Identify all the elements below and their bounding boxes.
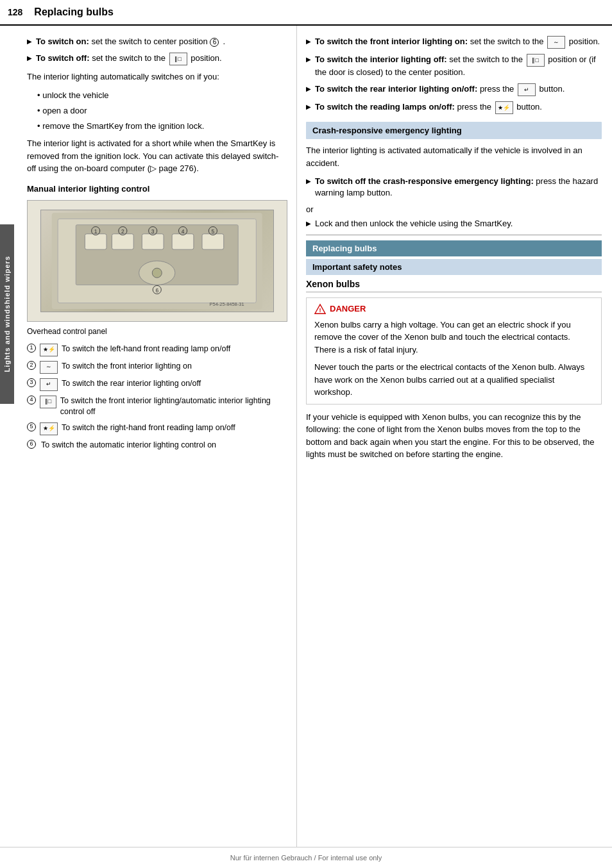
header-title: Replacing bulbs xyxy=(34,6,114,18)
num-item-2-text: To switch the front interior lighting on xyxy=(62,361,192,372)
svg-text:4: 4 xyxy=(182,228,185,235)
num-item-2: 2 ∼ To switch the front interior lightin… xyxy=(27,361,287,374)
page-number: 128 xyxy=(8,7,22,17)
svg-text:1: 1 xyxy=(94,228,98,235)
svg-text:P54-25-8458-31: P54-25-8458-31 xyxy=(210,301,244,307)
crash-bullet-text: To switch off the crash-responsive emerg… xyxy=(315,176,602,199)
side-tab: Lights and windshield wipers xyxy=(0,224,14,404)
num-item-1: 1 ★⚡ To switch the left-hand front readi… xyxy=(27,344,287,356)
svg-text:5: 5 xyxy=(212,228,215,235)
overhead-label: Overhead control panel xyxy=(27,326,287,337)
important-safety-label: Important safety notes xyxy=(312,262,402,272)
front-icon: ‖□ xyxy=(40,396,56,408)
main-content: ▶ To switch on: set the switch to center… xyxy=(0,26,612,847)
bullet-arrow-r2: ▶ xyxy=(306,55,311,64)
reading-btn-icon: ★⚡ xyxy=(495,101,513,114)
or-text: or xyxy=(306,204,602,214)
rear-btn-icon: ↵ xyxy=(518,83,536,96)
bullet-arrow-r1: ▶ xyxy=(306,37,311,46)
footer-text: Nur für internen Gebrauch / For internal… xyxy=(230,854,382,862)
replacing-bulbs-label: Replacing bulbs xyxy=(312,244,377,253)
front-bold: To switch the front interior lighting on… xyxy=(315,37,468,46)
page-footer: Nur für internen Gebrauch / For internal… xyxy=(0,847,612,868)
bullet-arrow-r4: ▶ xyxy=(306,103,311,112)
circle-6: 6 xyxy=(210,38,219,47)
page-container: 128 Replacing bulbs Lights and windshiel… xyxy=(0,0,612,868)
rear-interior-bullet: ▶ To switch the rear interior lighting o… xyxy=(306,83,602,96)
interior-off-bold: To switch the interior lighting off: xyxy=(315,54,447,64)
overhead-panel: 1 2 3 4 5 6 xyxy=(27,200,287,322)
svg-point-19 xyxy=(153,268,162,278)
delayed-para: The interior light is activated for a sh… xyxy=(27,137,287,175)
circle-3: 3 xyxy=(27,378,36,387)
bullet-arrow-r3: ▶ xyxy=(306,85,311,94)
side-tab-label: Lights and windshield wipers xyxy=(3,256,11,372)
num-item-3-text: To switch the rear interior lighting on/… xyxy=(62,378,201,390)
right-column: ▶ To switch the front interior lighting … xyxy=(296,26,612,847)
num-item-1-text: To switch the left-hand front reading la… xyxy=(62,344,230,355)
num-item-5-text: To switch the right-hand front reading l… xyxy=(62,422,235,434)
danger-para1: Xenon bulbs carry a high voltage. You ca… xyxy=(314,319,593,356)
off-icon: ‖□ xyxy=(169,53,187,65)
crash-para: The interior lighting is activated autom… xyxy=(306,144,602,169)
switch-on-text: To switch on: set the switch to center p… xyxy=(36,36,225,47)
interior-off-bullet: ▶ To switch the interior lighting off: s… xyxy=(306,54,602,78)
overhead-panel-svg: 1 2 3 4 5 6 xyxy=(47,213,268,309)
circle-2: 2 xyxy=(27,361,36,370)
important-safety-section: Important safety notes xyxy=(306,259,602,275)
auto-item-1: unlock the vehicle xyxy=(37,90,287,101)
bullet-arrow-r6: ▶ xyxy=(306,219,311,228)
divider-1 xyxy=(306,235,602,235)
bullet-arrow-r5: ▶ xyxy=(306,177,311,186)
danger-header: ! DANGER xyxy=(314,303,593,315)
top-header: 128 Replacing bulbs xyxy=(0,0,612,26)
num-item-5: 5 ★⚡ To switch the right-hand front read… xyxy=(27,422,287,435)
danger-label: DANGER xyxy=(330,304,366,313)
num-item-4-text: To switch the front interior lighting/au… xyxy=(60,396,287,418)
bullet-arrow-2: ▶ xyxy=(27,54,32,63)
circle-5: 5 xyxy=(27,422,36,431)
svg-rect-7 xyxy=(202,234,224,249)
svg-rect-6 xyxy=(172,234,194,249)
switch-off-bullet: ▶ To switch off: set the switch to the ‖… xyxy=(27,53,287,65)
switch-on-bold: To switch on: xyxy=(36,37,89,46)
rear-bold: To switch the rear interior lighting on/… xyxy=(315,85,477,94)
switch-off-text: To switch off: set the switch to the ‖□ … xyxy=(36,53,222,65)
front-interior-on-bullet: ▶ To switch the front interior lighting … xyxy=(306,36,602,49)
circle-6-leg: 6 xyxy=(27,440,36,449)
danger-para2: Never touch the parts or the electrical … xyxy=(314,361,593,399)
lamp-icon: ★⚡ xyxy=(40,344,58,356)
interior-off-text: To switch the interior lighting off: set… xyxy=(315,54,602,78)
svg-text:2: 2 xyxy=(121,228,124,235)
lamp2-icon: ★⚡ xyxy=(40,422,58,435)
front-interior-on-text: To switch the front interior lighting on… xyxy=(315,36,600,49)
auto-item-2: open a door xyxy=(37,105,287,117)
svg-text:3: 3 xyxy=(151,228,155,235)
interior-icon: ∼ xyxy=(40,361,58,374)
svg-text:!: ! xyxy=(319,307,321,313)
circle-4: 4 xyxy=(27,396,36,405)
crash-section-box: Crash-responsive emergency lighting xyxy=(306,122,602,139)
danger-box: ! DANGER Xenon bulbs carry a high voltag… xyxy=(306,297,602,405)
circle-1: 1 xyxy=(27,344,36,353)
auto-item-3: remove the SmartKey from the ignition lo… xyxy=(37,121,287,132)
lock-bullet: ▶ Lock and then unlock the vehicle using… xyxy=(306,218,602,230)
crash-section-label: Crash-responsive emergency lighting xyxy=(312,126,462,135)
bullet-arrow-1: ▶ xyxy=(27,37,32,46)
num-item-4: 4 ‖□ To switch the front interior lighti… xyxy=(27,396,287,418)
auto-lighting-intro: The interior lighting automatically swit… xyxy=(27,71,287,83)
left-column: ▶ To switch on: set the switch to center… xyxy=(14,26,296,847)
replacing-bulbs-section: Replacing bulbs xyxy=(306,240,602,256)
reading-bold: To switch the reading lamps on/off: xyxy=(315,103,455,112)
danger-triangle-icon: ! xyxy=(314,303,326,315)
manual-heading: Manual interior lighting control xyxy=(27,184,287,194)
num-item-6: 6 To switch the automatic interior light… xyxy=(27,440,287,451)
overhead-image: 1 2 3 4 5 6 xyxy=(40,210,274,312)
reading-lamps-text: To switch the reading lamps on/off: pres… xyxy=(315,101,542,114)
interior-on-icon: ∼ xyxy=(547,36,565,49)
rear-icon: ↵ xyxy=(40,378,58,391)
num-item-6-text: To switch the automatic interior lightin… xyxy=(41,440,216,451)
xenon-para: If your vehicle is equipped with Xenon b… xyxy=(306,411,602,461)
crash-bullet: ▶ To switch off the crash-responsive eme… xyxy=(306,176,602,199)
svg-rect-5 xyxy=(142,234,164,249)
